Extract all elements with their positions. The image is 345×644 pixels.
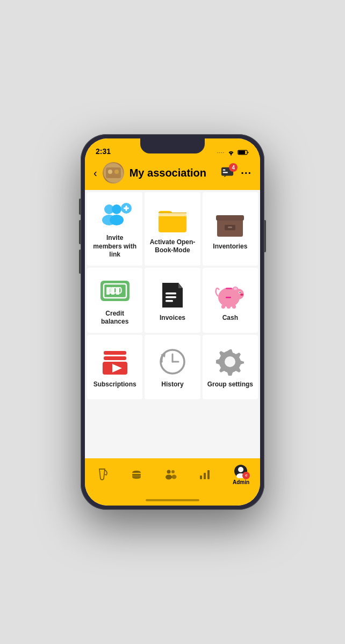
avatar[interactable] [103, 162, 124, 184]
svg-rect-48 [104, 356, 126, 360]
header: ‹ My association [85, 158, 260, 190]
svg-point-6 [114, 170, 119, 174]
svg-rect-47 [104, 351, 126, 355]
open-book-icon [155, 205, 190, 234]
inventories-icon [213, 209, 247, 238]
grid-item-inventories[interactable]: Inventories [203, 192, 258, 266]
svg-point-36 [234, 287, 237, 290]
notifications-button[interactable]: 4 [220, 166, 234, 179]
grid-item-subscriptions[interactable]: Subscriptions [87, 335, 142, 399]
svg-rect-2 [239, 151, 246, 154]
subscriptions-icon [98, 347, 132, 376]
nav-item-members[interactable] [160, 466, 181, 483]
grid-item-credit-balances[interactable]: 100 Credit balances [87, 268, 142, 333]
svg-point-58 [171, 470, 175, 473]
svg-rect-55 [132, 474, 141, 475]
svg-point-38 [240, 292, 241, 293]
notification-badge: 4 [229, 163, 238, 172]
svg-point-40 [241, 294, 242, 295]
svg-point-41 [242, 294, 243, 295]
grid-item-group-settings[interactable]: Group settings [203, 335, 258, 399]
invoices-icon [155, 281, 190, 310]
svg-rect-54 [132, 475, 141, 477]
svg-point-0 [231, 155, 232, 156]
status-time: 2:31 [96, 147, 111, 156]
svg-rect-43 [221, 305, 225, 309]
group-settings-label: Group settings [207, 380, 253, 389]
svg-rect-42 [226, 288, 232, 289]
bar-chart-icon [198, 468, 211, 481]
grid-item-history[interactable]: History [145, 335, 200, 399]
credit-balances-icon: 100 [98, 276, 132, 305]
status-icons: ···· [217, 149, 249, 156]
svg-point-53 [225, 356, 235, 367]
grid-item-invite-members[interactable]: Invite members with link [87, 192, 142, 266]
grid-item-cash[interactable]: Cash [203, 268, 258, 333]
svg-text:100: 100 [107, 286, 122, 295]
history-label: History [161, 380, 183, 389]
people-icon [164, 468, 177, 481]
subscriptions-label: Subscriptions [94, 380, 136, 389]
nav-item-food[interactable] [126, 466, 147, 483]
phone-screen: 2:31 ···· ‹ [85, 138, 260, 506]
svg-rect-62 [207, 470, 210, 479]
invite-members-label: Invite members with link [91, 234, 138, 259]
svg-point-59 [172, 475, 177, 479]
admin-badge: e [242, 472, 250, 479]
svg-rect-10 [223, 172, 228, 173]
battery-icon [238, 149, 249, 156]
nav-item-stats[interactable] [194, 466, 215, 483]
svg-rect-61 [204, 473, 206, 479]
admin-icon-wrapper: e [234, 464, 248, 478]
main-content: Invite members with link [85, 190, 260, 458]
cash-label: Cash [222, 314, 238, 323]
svg-rect-30 [166, 292, 176, 295]
admin-label: Admin [233, 479, 249, 485]
svg-rect-45 [232, 305, 236, 309]
svg-point-13 [112, 204, 121, 214]
grid-item-open-book[interactable]: Activate Open-Book-Mode [145, 192, 200, 266]
open-book-label: Activate Open-Book-Mode [149, 238, 196, 255]
header-actions: 4 ··· [220, 166, 251, 179]
svg-point-39 [240, 294, 243, 296]
svg-rect-44 [227, 305, 231, 309]
svg-point-57 [166, 475, 172, 480]
feature-grid: Invite members with link [87, 192, 258, 399]
svg-point-5 [108, 170, 112, 174]
svg-rect-32 [166, 300, 173, 302]
burger-icon [130, 468, 143, 481]
nav-item-admin[interactable]: e Admin [228, 462, 254, 487]
home-indicator [85, 495, 260, 506]
svg-point-64 [238, 467, 243, 472]
inventories-label: Inventories [213, 243, 247, 251]
signal-dots: ···· [217, 150, 225, 155]
svg-rect-7 [108, 175, 119, 177]
svg-rect-31 [166, 296, 176, 298]
more-button[interactable]: ··· [241, 167, 251, 179]
svg-rect-21 [216, 215, 244, 221]
cup-icon [96, 468, 109, 481]
grid-item-invoices[interactable]: Invoices [145, 268, 200, 333]
svg-rect-17 [125, 206, 127, 211]
svg-point-56 [167, 470, 171, 474]
svg-rect-9 [223, 170, 226, 171]
svg-point-14 [110, 215, 124, 225]
header-title: My association [130, 167, 215, 179]
wifi-icon [227, 149, 235, 156]
group-settings-icon [213, 347, 247, 376]
notch [140, 138, 205, 153]
svg-rect-19 [159, 213, 186, 216]
history-icon [155, 347, 190, 376]
svg-rect-23 [228, 226, 232, 228]
nav-item-drinks[interactable] [91, 466, 113, 483]
invoices-label: Invoices [160, 314, 185, 323]
svg-rect-60 [200, 475, 202, 479]
credit-balances-label: Credit balances [91, 310, 138, 326]
back-button[interactable]: ‹ [94, 167, 97, 179]
invite-members-icon [98, 201, 132, 230]
phone-frame: 2:31 ···· ‹ [81, 134, 264, 510]
bottom-navigation: e Admin [85, 458, 260, 495]
cash-icon [213, 281, 247, 310]
svg-rect-46 [226, 297, 231, 298]
